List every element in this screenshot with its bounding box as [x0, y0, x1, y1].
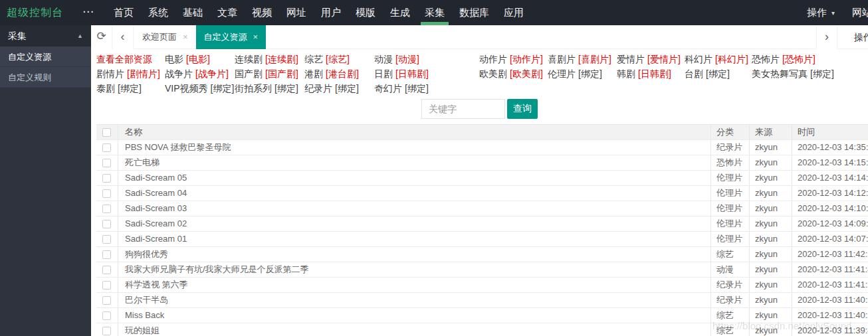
- cell-source: zkyun: [750, 247, 792, 262]
- cell-time: 2020-12-03 14:07:17: [792, 232, 868, 246]
- category-link[interactable]: 爱情片[爱情片]: [617, 54, 685, 66]
- cell-name: 科学透视 第六季: [118, 278, 711, 292]
- table-row: Sadi-Scream 04伦理片zkyun2020-12-03 14:12:4…: [96, 186, 868, 201]
- row-checkbox[interactable]: [102, 220, 111, 228]
- category-name: 欧美剧: [479, 68, 507, 79]
- category-link[interactable]: VIP视频秀[绑定]: [165, 83, 235, 95]
- sidebar-item-1[interactable]: 自定义规则: [0, 67, 91, 88]
- tab-scroll-left-icon[interactable]: ‹: [112, 25, 134, 49]
- category-link[interactable]: 韩剧[日韩剧]: [617, 68, 685, 80]
- category-link[interactable]: 泰剧[绑定]: [96, 83, 165, 95]
- nav-item-3[interactable]: 文章: [212, 0, 243, 25]
- cell-name: 死亡电梯: [118, 155, 711, 170]
- category-binding: [电影]: [186, 54, 210, 64]
- tab-operations-dropdown[interactable]: 操作: [854, 25, 868, 49]
- cell-source: zkyun: [750, 262, 792, 277]
- category-link[interactable]: 科幻片[科幻片]: [685, 54, 752, 66]
- nav-item-7[interactable]: 模版: [350, 0, 381, 25]
- table-row: Miss Back综艺zkyun2020-12-03 11:40:22: [96, 308, 868, 323]
- category-link[interactable]: 喜剧片[喜剧片]: [548, 54, 617, 66]
- cell-time: 2020-12-03 11:40:51: [792, 293, 868, 307]
- caret-down-icon: ▾: [831, 9, 835, 17]
- category-link[interactable]: 欧美剧[欧美剧]: [479, 68, 548, 80]
- cell-category: 纪录片: [711, 140, 750, 155]
- category-binding: [日韩剧]: [395, 68, 429, 79]
- category-name: 泰剧: [96, 83, 115, 94]
- category-binding: [绑定]: [810, 68, 834, 79]
- keyword-input[interactable]: [421, 99, 505, 119]
- category-link[interactable]: 港剧[港台剧]: [304, 68, 374, 80]
- category-binding: [综艺]: [326, 54, 350, 64]
- tab-1[interactable]: 自定义资源×: [196, 25, 267, 49]
- refresh-icon[interactable]: ⟳: [91, 25, 112, 49]
- category-binding: [日韩剧]: [638, 68, 671, 79]
- category-name: 伦理片: [548, 68, 576, 79]
- nav-action-dropdown[interactable]: 操作: [807, 7, 827, 19]
- category-link[interactable]: 查看全部资源: [96, 54, 165, 66]
- category-link[interactable]: 日剧[日韩剧]: [374, 68, 479, 80]
- category-link[interactable]: 台剧[绑定]: [685, 68, 752, 80]
- category-link[interactable]: 街拍系列[绑定]: [235, 83, 304, 95]
- category-name: 剧情片: [96, 68, 124, 79]
- table-row: 巴尔干半岛纪录片zkyun2020-12-03 11:40:51: [96, 293, 868, 308]
- category-link[interactable]: 剧情片[剧情片]: [96, 68, 165, 80]
- row-checkbox[interactable]: [102, 189, 111, 198]
- category-link[interactable]: 恐怖片[恐怖片]: [752, 54, 868, 66]
- tab-0[interactable]: 欢迎页面×: [134, 25, 196, 49]
- header-name: 名称: [118, 125, 711, 139]
- cell-time: 2020-12-03 11:39:49: [792, 323, 868, 336]
- row-checkbox[interactable]: [102, 281, 111, 290]
- sidebar-header-label: 采集: [8, 25, 27, 46]
- cell-time: 2020-12-03 11:42:33: [792, 247, 868, 262]
- nav-site-link[interactable]: 网站首页: [852, 7, 868, 19]
- nav-item-5[interactable]: 网址: [281, 0, 312, 25]
- category-link[interactable]: 奇幻片[绑定]: [374, 83, 479, 95]
- category-link[interactable]: 战争片[战争片]: [165, 68, 235, 80]
- row-checkbox[interactable]: [102, 159, 111, 167]
- nav-item-9[interactable]: 采集: [419, 0, 450, 25]
- tab-scroll-right-icon[interactable]: ›: [816, 25, 837, 49]
- tab-close-icon[interactable]: ×: [253, 25, 259, 49]
- category-link[interactable]: 动作片[动作片]: [479, 54, 548, 66]
- nav-item-6[interactable]: 用户: [316, 0, 346, 25]
- nav-item-0[interactable]: 首页: [108, 0, 139, 25]
- row-checkbox[interactable]: [102, 327, 111, 335]
- category-link[interactable]: 美女热舞写真[绑定]: [752, 68, 868, 80]
- row-checkbox-cell: [96, 186, 118, 201]
- more-icon[interactable]: ⋯: [82, 0, 94, 24]
- row-checkbox[interactable]: [102, 250, 111, 259]
- sidebar-item-0[interactable]: 自定义资源: [0, 46, 91, 67]
- row-checkbox[interactable]: [102, 174, 111, 183]
- category-link[interactable]: 动漫[动漫]: [374, 54, 479, 66]
- table-row: 死亡电梯恐怖片zkyun2020-12-03 14:15:13: [96, 155, 868, 171]
- tab-close-icon[interactable]: ×: [183, 25, 188, 49]
- nav-item-1[interactable]: 系统: [143, 0, 173, 25]
- category-link[interactable]: 伦理片[绑定]: [548, 68, 617, 80]
- row-checkbox[interactable]: [102, 311, 111, 320]
- category-link[interactable]: 纪录片[绑定]: [304, 83, 374, 95]
- nav-item-11[interactable]: 应用: [498, 0, 529, 25]
- category-name: 动作片: [479, 54, 507, 64]
- nav-item-2[interactable]: 基础: [177, 0, 208, 25]
- category-name: 韩剧: [617, 68, 635, 79]
- sidebar-header-caiji[interactable]: 采集 ▲: [0, 25, 91, 46]
- category-name: 日剧: [374, 68, 393, 79]
- nav-item-10[interactable]: 数据库: [454, 0, 494, 25]
- category-link[interactable]: 综艺[综艺]: [304, 54, 374, 66]
- table-row: 狗狗很优秀综艺zkyun2020-12-03 11:42:33: [96, 247, 868, 262]
- row-checkbox[interactable]: [102, 235, 111, 244]
- category-link[interactable]: 电影[电影]: [165, 54, 235, 66]
- nav-item-8[interactable]: 生成: [385, 0, 415, 25]
- nav-item-4[interactable]: 视频: [247, 0, 277, 25]
- category-link[interactable]: 国产剧[国产剧]: [235, 68, 304, 80]
- row-checkbox[interactable]: [102, 205, 111, 213]
- header-time: 时间: [792, 125, 868, 139]
- row-checkbox[interactable]: [102, 143, 111, 152]
- category-link[interactable]: 连续剧[连续剧]: [235, 54, 304, 66]
- search-button[interactable]: 查询: [507, 99, 538, 119]
- table-row: Sadi-Scream 05伦理片zkyun2020-12-03 14:14:4…: [96, 171, 868, 186]
- select-all-checkbox[interactable]: [102, 128, 111, 137]
- category-binding: [绑定]: [706, 68, 730, 79]
- row-checkbox[interactable]: [102, 296, 111, 305]
- row-checkbox[interactable]: [102, 266, 111, 274]
